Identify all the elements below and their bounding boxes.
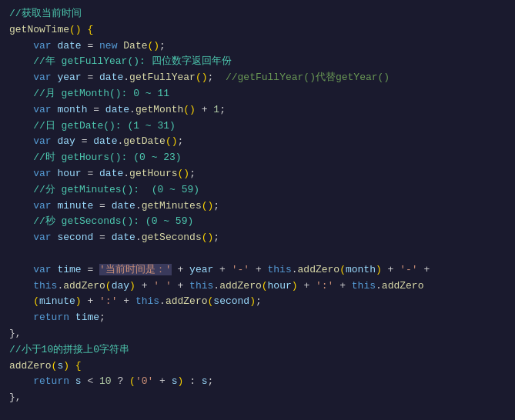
line-5: var year = date.getFullYear(); //getFull… [9,70,506,86]
line-24: return s < 10 ? ('0' + s) : s; [9,374,506,390]
line-6: //月 getMonth(): 0 ~ 11 [9,86,506,102]
line-20: return time; [9,310,506,326]
line-7: var month = date.getMonth() + 1; [9,102,506,118]
line-9: var day = date.getDate(); [9,134,506,150]
line-21: }, [9,326,506,342]
line-19: (minute) + ':' + this.addZero(second); [9,294,506,310]
line-1: //获取当前时间 [9,6,506,22]
line-16 [9,246,506,262]
line-25: }, [9,390,506,406]
line-11: var hour = date.getHours(); [9,166,506,182]
line-10: //时 getHours(): (0 ~ 23) [9,150,506,166]
line-17: var time = '当前时间是：' + year + '-' + this.… [9,262,506,278]
code-editor: //获取当前时间 getNowTime() { var date = new D… [0,0,515,420]
line-23: addZero(s) { [9,358,506,375]
line-14: //秒 getSeconds(): (0 ~ 59) [9,214,506,230]
line-18: this.addZero(day) + ' ' + this.addZero(h… [9,278,506,295]
line-12: //分 getMinutes(): (0 ~ 59) [9,182,506,198]
line-8: //日 getDate(): (1 ~ 31) [9,118,506,135]
line-22: //小于10的拼接上0字符串 [9,342,506,358]
line-4: //年 getFullYear(): 四位数字返回年份 [9,54,506,70]
line-3: var date = new Date(); [9,38,506,55]
line-2: getNowTime() { [9,22,506,38]
line-15: var second = date.getSeconds(); [9,230,506,246]
line-13: var minute = date.getMinutes(); [9,198,506,215]
